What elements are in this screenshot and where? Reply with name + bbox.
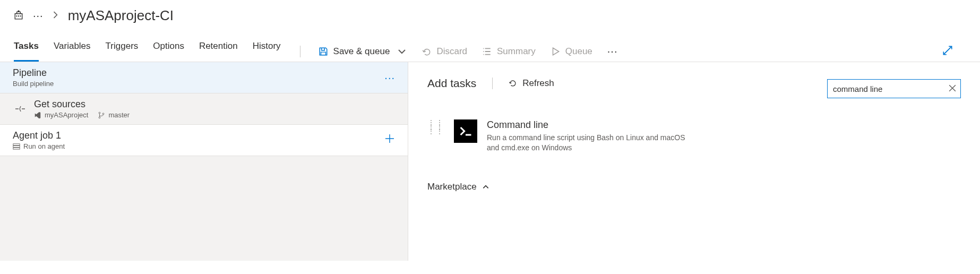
discard-label: Discard [436,46,467,57]
branch-icon [98,112,105,119]
svg-rect-6 [13,143,20,145]
server-icon [13,143,20,150]
agent-title: Agent job 1 [13,130,65,141]
branch-indicator: master [98,111,130,119]
left-panel: Pipeline Build pipeline ··· Get sources … [0,62,408,261]
queue-label: Queue [565,46,592,57]
page-title: myASAproject-CI [68,7,174,24]
undo-icon [422,47,431,56]
tab-history[interactable]: History [253,41,281,62]
pipeline-row[interactable]: Pipeline Build pipeline ··· [0,62,408,93]
command-line-icon [454,119,477,143]
add-tasks-title: Add tasks [427,77,476,90]
tab-triggers[interactable]: Triggers [106,41,139,62]
svg-point-5 [102,113,104,114]
agent-subtitle: Run on agent [23,142,65,150]
branch-name: master [108,111,130,119]
chevron-right-icon [53,11,58,20]
task-result[interactable]: ⋮⋮⋮⋮⋮⋮ Command line Run a command line s… [427,119,961,153]
save-icon [319,47,328,56]
task-title: Command line [487,119,689,131]
refresh-label: Refresh [522,78,554,89]
pipeline-more[interactable]: ··· [384,72,395,84]
drag-handle-icon[interactable]: ⋮⋮⋮⋮⋮⋮ [427,119,444,133]
main: Pipeline Build pipeline ··· Get sources … [0,62,980,261]
repo-indicator: myASAproject [34,111,88,119]
pipeline-subtitle: Build pipeline [13,80,54,88]
marketplace-section[interactable]: Marketplace [427,182,961,192]
chevron-up-icon [482,183,489,191]
svg-rect-7 [13,145,20,147]
svg-point-4 [99,116,100,118]
plus-icon [384,133,395,144]
get-sources-row[interactable]: Get sources myASAproject master [0,93,408,125]
marketplace-label: Marketplace [427,182,477,192]
refresh-button[interactable]: Refresh [509,78,554,89]
svg-rect-0 [16,15,18,16]
task-description: Run a command line script using Bash on … [487,133,689,153]
fullscreen-icon[interactable] [942,49,953,58]
svg-rect-2 [20,15,21,16]
search-box[interactable] [827,79,961,98]
breadcrumb-ellipsis[interactable]: ··· [33,10,44,22]
tab-variables[interactable]: Variables [54,41,91,62]
svg-point-3 [99,112,100,114]
save-queue-label: Save & queue [333,46,390,57]
repo-name: myASAproject [45,111,88,119]
summary-label: Summary [497,46,536,57]
search-input[interactable] [833,84,949,93]
discard-button: Discard [422,46,467,57]
summary-button: Summary [482,46,536,57]
queue-button: Queue [551,46,592,57]
project-icon[interactable] [14,10,23,21]
agent-sub: Run on agent [13,142,65,150]
clear-search-icon[interactable] [949,84,956,93]
save-queue-button[interactable]: Save & queue [319,46,407,57]
pipeline-title: Pipeline [13,67,54,79]
chevron-down-icon [397,47,407,56]
play-icon [551,47,560,56]
list-icon [482,47,492,56]
refresh-icon [509,79,517,88]
svg-rect-8 [13,148,20,149]
agent-job-row[interactable]: Agent job 1 Run on agent [0,125,408,156]
breadcrumb: ··· myASAproject-CI [0,0,980,27]
more-actions[interactable]: ··· [607,45,618,57]
divider [492,78,493,89]
right-panel: Add tasks Refresh ⋮⋮⋮⋮⋮⋮ Command line Ru… [408,62,980,261]
svg-rect-1 [18,15,19,16]
toolbar: Tasks Variables Triggers Options Retenti… [0,27,980,62]
add-task-button[interactable] [384,133,395,147]
sources-title: Get sources [34,99,130,110]
tab-retention[interactable]: Retention [199,41,238,62]
sources-icon [13,105,28,113]
vs-icon [34,112,41,119]
tab-options[interactable]: Options [153,41,184,62]
tab-tasks[interactable]: Tasks [14,41,39,62]
divider [300,46,300,57]
actions: Save & queue Discard Summary Queue ··· [319,45,618,57]
tabs: Tasks Variables Triggers Options Retenti… [14,41,281,62]
